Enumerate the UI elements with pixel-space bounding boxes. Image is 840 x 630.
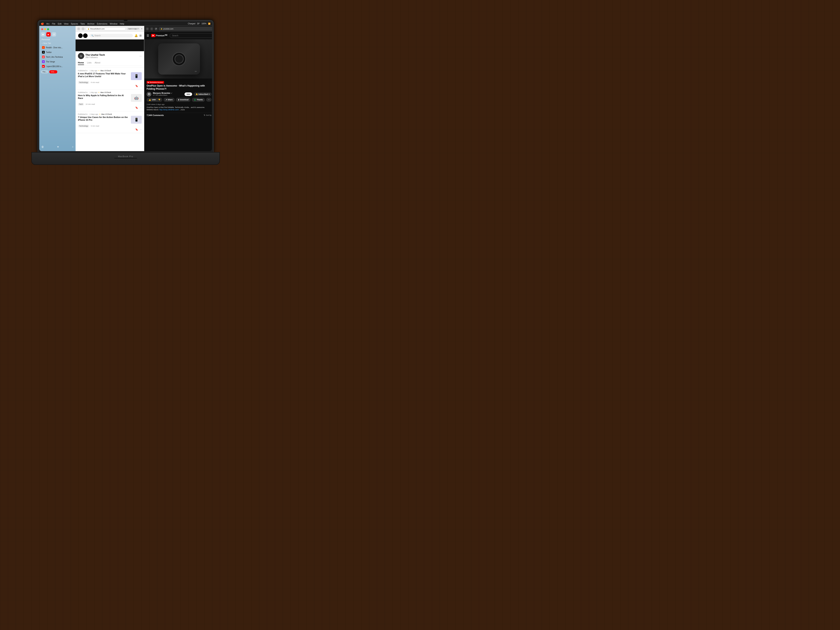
article-published-1: Published in: [78, 69, 88, 72]
article-tag-3[interactable]: Technology: [78, 125, 89, 127]
article-published-3: Published in: [78, 113, 88, 115]
back-button[interactable]: ‹: [77, 27, 80, 30]
menu-file[interactable]: File: [52, 22, 55, 25]
sidebar-icon-1[interactable]: ⏺: [41, 32, 45, 36]
reddit-tab-title: Reddit - Dive into...: [46, 46, 63, 49]
thanks-label: Thanks: [197, 99, 203, 101]
article-item-2[interactable]: Published in · 1 day ago ✦ Mac O'Clock H…: [76, 90, 144, 111]
open-in-app-button[interactable]: Open in app ↗: [127, 27, 140, 30]
article-item-3[interactable]: Published in · 2 days ago ✦ Mac O'Clock …: [76, 111, 144, 133]
article-time-1: ·: [88, 69, 89, 72]
thanks-button[interactable]: 💲 Thanks: [192, 98, 205, 102]
article-tag-2[interactable]: Tech: [78, 103, 84, 106]
sidebar-icon-3[interactable]: ☰: [52, 32, 56, 36]
article-more-3[interactable]: ···: [140, 128, 142, 131]
article-tag-1[interactable]: Technology: [78, 81, 89, 84]
sidebar-bottom-bar: 🗑 ♥ +: [39, 144, 76, 150]
download-icon: ⬇: [178, 99, 179, 101]
right-pane: ‹ › ↺ 🔒 youtube.com ☰: [144, 26, 212, 151]
sidebar-item-youtube50k[interactable]: ▶ I spent $50,000 o...: [40, 64, 75, 68]
profile-icon[interactable]: ⊞: [139, 34, 142, 37]
verge-favicon: V: [42, 60, 45, 63]
article-save-3[interactable]: 🔖: [135, 128, 138, 131]
article-time-sep-2: ·: [88, 92, 89, 93]
hamburger-menu-icon[interactable]: ☰: [147, 34, 149, 37]
channel-name: Marques Brownlee ✓: [153, 92, 183, 94]
description-text: OnePlus Open is their first foldable. Te…: [147, 106, 205, 108]
menu-view[interactable]: View: [64, 22, 68, 25]
minimize-button[interactable]: [44, 28, 46, 30]
like-button[interactable]: 👍 105K 👎: [147, 98, 162, 102]
pinned-tab-one[interactable]: One...: [49, 70, 57, 73]
sidebar-item-reddit[interactable]: r Reddit - Dive into...: [40, 45, 75, 50]
forward-button[interactable]: ›: [81, 27, 85, 30]
yt-url-bar[interactable]: 🔒 youtube.com: [159, 27, 212, 30]
article-time-val-3: 2 days ago: [90, 113, 98, 115]
download-button[interactable]: ⬇ Download: [176, 98, 191, 102]
sidebar-heart-icon[interactable]: ♥: [57, 145, 59, 148]
channel-subscribers: 17.7M subscribers: [153, 94, 183, 96]
left-url-bar[interactable]: 🔒 theusefultech.com: [86, 27, 126, 30]
tab-lists[interactable]: Lists: [87, 62, 92, 65]
sidebar-trash-icon[interactable]: 🗑: [41, 145, 44, 148]
article-more-1[interactable]: ···: [140, 85, 142, 87]
menu-arc[interactable]: Arc: [46, 22, 50, 25]
dislike-button[interactable]: 👎: [157, 99, 160, 101]
tab-close-button[interactable]: ✕: [141, 28, 142, 30]
play-triangle-icon: [153, 35, 154, 36]
sidebar-item-twitter[interactable]: 𝕏 Twitter: [40, 50, 75, 54]
menu-archive[interactable]: Archive: [87, 22, 95, 25]
share-button[interactable]: ↗ Share: [164, 98, 175, 102]
thumbs-down-icon: 👎: [158, 99, 160, 101]
article-more-2[interactable]: ···: [140, 106, 142, 109]
pinned-tab-the[interactable]: The...: [41, 70, 49, 73]
close-button[interactable]: [41, 28, 43, 30]
maximize-button[interactable]: [47, 28, 49, 30]
article-save-2[interactable]: 🔖: [135, 106, 138, 109]
upload-time-val: 5 days ago: [156, 103, 165, 106]
apple-menu[interactable]: 🍎: [41, 22, 44, 25]
profile-more-button[interactable]: ···: [139, 54, 142, 57]
sort-button[interactable]: ⇅ Sort by: [204, 114, 212, 116]
more-actions-button[interactable]: ···: [206, 98, 212, 102]
trackpad[interactable]: [114, 157, 137, 159]
notification-icon[interactable]: 🔔: [134, 34, 138, 37]
yt-search-bar[interactable]: 🔍: [170, 33, 212, 38]
article-item-1[interactable]: Published in · 1 day ago ✦ Mac O'Clock 6…: [76, 68, 144, 90]
more-text[interactable]: ...more: [179, 109, 185, 111]
sidebar-item-verge[interactable]: V The Verge: [40, 60, 75, 64]
yt-forward-button[interactable]: ›: [150, 27, 153, 30]
macbook-base: MacBook Pro: [32, 152, 220, 165]
article-actions-2: 🔖 ···: [78, 106, 142, 109]
menu-bar-left: 🍎 Arc File Edit View Spaces Tabs Archive…: [41, 22, 124, 25]
subscribed-button[interactable]: 🔔 Subscribed ▾: [194, 92, 212, 96]
profile-banner: [76, 39, 144, 51]
tab-about[interactable]: About: [95, 62, 100, 65]
menu-extensions[interactable]: Extensions: [97, 22, 107, 25]
article-save-1[interactable]: 🔖: [135, 85, 138, 87]
medium-header: ⬤⬤ 🔍 Search 🔔 ⊞: [76, 32, 144, 39]
yt-video-container[interactable]: 1+: [144, 39, 212, 79]
yt-search-input[interactable]: [172, 35, 212, 37]
sidebar-icon-2[interactable]: ▶: [46, 32, 51, 36]
merch-link[interactable]: http://shop.MKBHD.com/: [159, 109, 179, 111]
article-time-val-2: 1 day ago: [90, 92, 98, 93]
menu-spaces[interactable]: Spaces: [71, 22, 78, 25]
yt-refresh-button[interactable]: ↺: [155, 27, 158, 30]
new-tab-button[interactable]: + New Tab: [39, 41, 76, 45]
medium-search-bar[interactable]: 🔍 Search: [89, 34, 133, 38]
menu-help[interactable]: Help: [120, 22, 124, 25]
menu-tabs[interactable]: Tabs: [81, 22, 85, 25]
sidebar-add-icon[interactable]: +: [72, 145, 74, 148]
menu-window[interactable]: Window: [110, 22, 117, 25]
article-published-2: Published in: [78, 92, 88, 93]
tab-home[interactable]: Home: [78, 62, 84, 65]
join-button[interactable]: Join: [185, 92, 192, 96]
yt-tab-bar: ‹ › ↺ 🔒 youtube.com: [144, 26, 212, 32]
yt-video-description[interactable]: OnePlus Open is their first foldable. Te…: [147, 106, 212, 111]
channel-avatar[interactable]: M: [147, 92, 151, 96]
yt-back-button[interactable]: ‹: [146, 27, 149, 30]
article-read-time-3: 9 min read: [91, 125, 99, 127]
sidebar-item-ars[interactable]: A Tech | Ars Technica: [40, 55, 75, 59]
menu-edit[interactable]: Edit: [58, 22, 62, 25]
